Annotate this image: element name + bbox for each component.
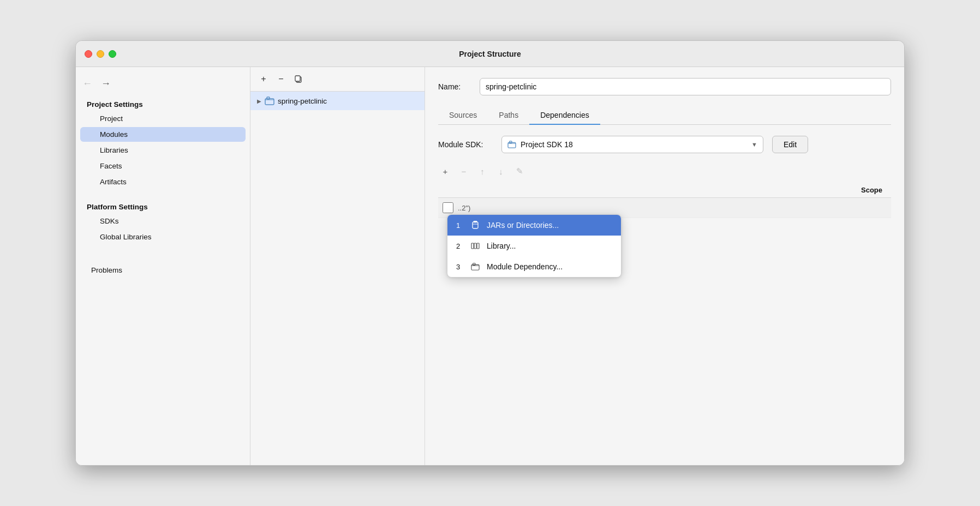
copy-icon [294,75,303,83]
module-sdk-label: Module SDK: [438,140,493,149]
svg-rect-11 [477,243,479,249]
window-controls [85,50,116,58]
move-up-dep-button[interactable]: ↑ [475,164,489,178]
sidebar-item-sdks[interactable]: SDKs [80,214,246,228]
right-panel: Name: Sources Paths Dependencies Module … [425,67,904,465]
close-button[interactable] [85,50,92,58]
name-row: Name: [438,78,891,95]
name-label: Name: [438,82,471,91]
svg-rect-6 [473,222,478,228]
tree-arrow-icon: ▶ [257,98,261,104]
project-structure-window: Project Structure ← → Project Settings P… [75,40,905,466]
dropdown-item-label-library: Library... [487,242,516,250]
svg-rect-5 [510,141,512,143]
module-dep-icon [470,262,480,272]
add-dependency-dropdown: 1 JARs or Directories... 2 [447,214,622,278]
sdk-select[interactable]: Project SDK 18 ▼ [501,136,763,153]
edit-sdk-button[interactable]: Edit [772,136,808,153]
svg-rect-9 [471,243,474,249]
remove-dep-button[interactable]: − [457,164,471,178]
dropdown-item-module-dep[interactable]: 3 Module Dependency... [447,256,621,277]
middle-toolbar: + − [250,67,425,92]
module-icon [265,96,274,106]
project-settings-header: Project Settings [76,96,250,111]
sidebar-item-modules[interactable]: Modules [80,127,246,142]
move-down-dep-button[interactable]: ↓ [494,164,508,178]
dropdown-item-jars[interactable]: 1 JARs or Directories... [447,215,621,236]
sidebar-item-facets[interactable]: Facets [80,159,246,173]
dep-toolbar: + − ↑ ↓ ✎ [438,162,891,183]
copy-module-button[interactable] [292,73,305,86]
middle-panel: + − ▶ [250,67,425,465]
module-tree-item[interactable]: ▶ spring-petclinic [250,92,425,110]
remove-module-button[interactable]: − [274,73,288,86]
add-dep-button[interactable]: + [438,164,452,178]
sdk-chevron-icon: ▼ [751,141,757,148]
platform-settings-header: Platform Settings [76,198,250,213]
library-icon [470,241,480,251]
dropdown-item-num-3: 3 [456,263,464,271]
sidebar-item-artifacts[interactable]: Artifacts [80,174,246,189]
add-module-button[interactable]: + [257,73,270,86]
maximize-button[interactable] [109,50,116,58]
dep-checkbox[interactable] [443,202,453,213]
main-content: ← → Project Settings Project Modules Lib… [76,67,904,465]
dropdown-item-num-1: 1 [456,221,464,230]
dropdown-item-num-2: 2 [456,242,464,250]
sidebar-item-problems[interactable]: Problems [80,263,246,278]
jar-icon [470,220,480,230]
svg-rect-1 [295,76,300,81]
title-bar: Project Structure [76,41,904,67]
scope-header: Scope [438,183,891,198]
scope-column-label: Scope [861,186,891,194]
svg-rect-10 [474,243,476,249]
sdk-module-icon [507,141,516,148]
sidebar-item-global-libraries[interactable]: Global Libraries [80,230,246,244]
forward-button[interactable]: → [101,78,111,89]
svg-rect-3 [267,97,270,99]
sdk-value: Project SDK 18 [521,140,573,149]
svg-rect-13 [473,263,475,266]
module-name-label: spring-petclinic [278,97,327,105]
tab-dependencies[interactable]: Dependencies [529,106,600,125]
dropdown-item-label-jars: JARs or Directories... [487,221,559,230]
sdk-select-text: Project SDK 18 [507,140,573,149]
dropdown-item-library[interactable]: 2 Library... [447,236,621,256]
dep-name-label: ..2") [458,204,882,212]
window-title: Project Structure [459,50,521,58]
minimize-button[interactable] [97,50,104,58]
dropdown-item-label-module-dep: Module Dependency... [487,262,563,271]
edit-dep-button[interactable]: ✎ [512,164,527,178]
svg-rect-8 [474,221,477,222]
tab-paths[interactable]: Paths [488,106,529,125]
name-input[interactable] [480,78,891,95]
back-button[interactable]: ← [82,78,92,89]
tab-sources[interactable]: Sources [438,106,488,125]
sidebar-item-project[interactable]: Project [80,111,246,126]
tabs-row: Sources Paths Dependencies [438,106,891,125]
sidebar-item-libraries[interactable]: Libraries [80,143,246,158]
sidebar: ← → Project Settings Project Modules Lib… [76,67,250,465]
nav-back-forward: ← → [76,76,250,96]
sdk-row: Module SDK: Project SDK 18 ▼ Edit [438,136,891,153]
